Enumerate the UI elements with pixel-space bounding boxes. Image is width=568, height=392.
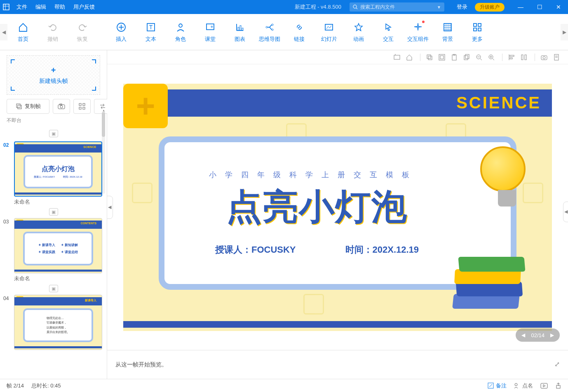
svg-rect-29 [18, 105, 21, 109]
pager-prev-button[interactable]: ◀ [521, 332, 525, 338]
slide-canvas[interactable]: SCIENCE 小 学 四 年 级 科 学 上 册 交 互 模 板 点亮小灯泡 … [123, 84, 552, 331]
ribbon-mindmap-button[interactable]: 思维导图 [255, 17, 284, 47]
app-logo-icon [0, 4, 12, 10]
export-button[interactable] [555, 383, 561, 389]
svg-rect-46 [465, 54, 469, 59]
undo-icon [47, 21, 59, 33]
ribbon-redo-button[interactable]: 恢复 [68, 17, 97, 47]
redo-icon [77, 21, 88, 33]
duration-label: 总时长: 0:45 [31, 382, 61, 390]
minimize-button[interactable]: — [511, 4, 530, 10]
timeline-marker[interactable]: ▣ [3, 208, 103, 216]
ribbon-cursor-button[interactable]: 交互 [373, 17, 403, 47]
svg-rect-58 [525, 55, 526, 60]
ribbon-label: 课堂 [205, 35, 216, 43]
lightbulb-icon [480, 146, 534, 221]
search-input[interactable]: 搜索工程内文件 ▼ [350, 2, 444, 12]
ribbon-label: 首页 [18, 35, 28, 43]
svg-rect-26 [474, 28, 476, 31]
slide-thumbnail-02[interactable]: 02+SCIENCE点亮小灯泡授课人: FOCUSKY时间: 202X.12.1… [3, 141, 103, 206]
copy-icon[interactable] [426, 54, 434, 61]
pager-next-button[interactable]: ▶ [550, 332, 554, 338]
qr-button[interactable] [73, 99, 91, 114]
page-tool-icon[interactable] [553, 54, 561, 61]
ribbon-grid-button[interactable]: 更多 [462, 17, 492, 47]
ribbon-link-button[interactable]: 链接 [284, 17, 314, 47]
ribbon-label: 幻灯片 [321, 35, 337, 43]
duplicate-icon[interactable] [463, 54, 472, 61]
maximize-button[interactable]: ☐ [530, 4, 549, 10]
timeline-marker[interactable]: ▣ [3, 285, 103, 292]
play-button[interactable] [540, 383, 548, 389]
camera-tool-icon[interactable] [541, 54, 549, 60]
close-button[interactable]: ✕ [549, 4, 568, 10]
chevron-down-icon[interactable]: ▼ [437, 5, 441, 9]
camera-button[interactable] [53, 99, 70, 114]
svg-rect-24 [474, 23, 476, 26]
svg-rect-28 [16, 104, 20, 108]
collapse-left-panel-button[interactable]: ◀ [107, 196, 113, 219]
search-placeholder: 搜索工程内文件 [360, 4, 395, 11]
svg-rect-56 [510, 58, 512, 59]
scrollbar-thumb[interactable] [102, 112, 105, 137]
ribbon-slide-button[interactable]: 幻灯片 [314, 17, 344, 47]
ribbon-star-button[interactable]: 动画 [344, 17, 373, 47]
notes-button[interactable]: 备注 [488, 382, 507, 390]
zoom-out-icon[interactable] [476, 54, 484, 61]
svg-point-60 [543, 56, 545, 59]
distribute-icon[interactable] [521, 54, 529, 61]
books-icon [453, 251, 523, 309]
canvas-viewport[interactable]: ◀ ◀ SCIENCE 小 学 四 年 级 科 学 上 册 交 互 模 板 点亮… [107, 64, 568, 350]
slide-thumbnail-04[interactable]: 04+新课导入物理无处在…它就像变魔术，以最短的周期，展示出来的哲理。 [3, 295, 103, 350]
ribbon-chart-button[interactable]: 图表 [225, 17, 255, 47]
cut-icon[interactable] [439, 54, 447, 61]
svg-point-19 [266, 26, 268, 28]
align-left-icon[interactable] [508, 54, 516, 61]
svg-rect-33 [79, 103, 81, 106]
ribbon-text-button[interactable]: T文本 [136, 17, 166, 47]
svg-text:T: T [149, 24, 153, 31]
expand-right-panel-button[interactable]: ◀ [563, 202, 568, 222]
person-icon [175, 21, 186, 33]
svg-rect-34 [83, 103, 85, 106]
board-plus-icon [204, 21, 216, 33]
home-view-icon[interactable] [406, 54, 414, 61]
science-label: SCIENCE [456, 94, 541, 112]
slide-thumbnail-03[interactable]: 03+CONTENTS✦ 新课导入✦ 新知讲解✦ 课堂实践✦ 课堂总结未命名 [3, 218, 103, 282]
svg-point-3 [353, 5, 357, 8]
ribbon-spark-button[interactable]: 交互组件 [403, 17, 433, 47]
ribbon-plus-circle-button[interactable]: 插入 [106, 17, 136, 47]
ribbon-scroll-left-button[interactable]: ◀ [0, 24, 7, 40]
ribbon-label: 角色 [175, 35, 186, 43]
timeline-marker[interactable]: ▣ [0, 130, 107, 137]
copy-frame-button[interactable]: 复制帧 [7, 99, 49, 114]
search-icon [353, 5, 358, 9]
ribbon-person-button[interactable]: 角色 [166, 17, 195, 47]
menu-edit[interactable]: 编辑 [31, 3, 50, 11]
login-link[interactable]: 登录 [453, 3, 472, 11]
ribbon-home-button[interactable]: 首页 [8, 17, 38, 47]
canvas-toolbar [107, 50, 568, 64]
menu-file[interactable]: 文件 [12, 3, 31, 11]
svg-line-49 [480, 59, 482, 60]
decorative-bottom-band [123, 321, 552, 328]
slide-number: 02 [3, 141, 12, 206]
paste-icon[interactable] [451, 54, 459, 61]
ribbon-label: 图表 [235, 35, 245, 43]
ribbon-label: 背景 [442, 35, 453, 43]
zoom-in-icon[interactable] [488, 54, 496, 61]
ribbon-pattern-button[interactable]: 背景 [433, 17, 462, 47]
ribbon-undo-button[interactable]: 撤销 [38, 17, 68, 47]
new-frame-button[interactable]: + 新建镜头帧 [7, 55, 100, 95]
rollcall-button[interactable]: 点名 [514, 382, 533, 390]
svg-rect-42 [440, 56, 444, 59]
menu-feedback[interactable]: 用户反馈 [69, 3, 99, 11]
ribbon-scroll-right-button[interactable]: ▶ [561, 24, 568, 40]
menu-help[interactable]: 帮助 [50, 3, 69, 11]
ribbon-board-plus-button[interactable]: 课堂 [195, 17, 225, 47]
expand-preview-icon[interactable]: ⤢ [554, 360, 560, 368]
upgrade-button[interactable]: 升级账户 [475, 3, 505, 12]
frame-tool-icon[interactable] [394, 54, 402, 61]
slide-title: 点亮小灯泡 [226, 183, 408, 231]
ribbon-label: 插入 [116, 35, 127, 43]
